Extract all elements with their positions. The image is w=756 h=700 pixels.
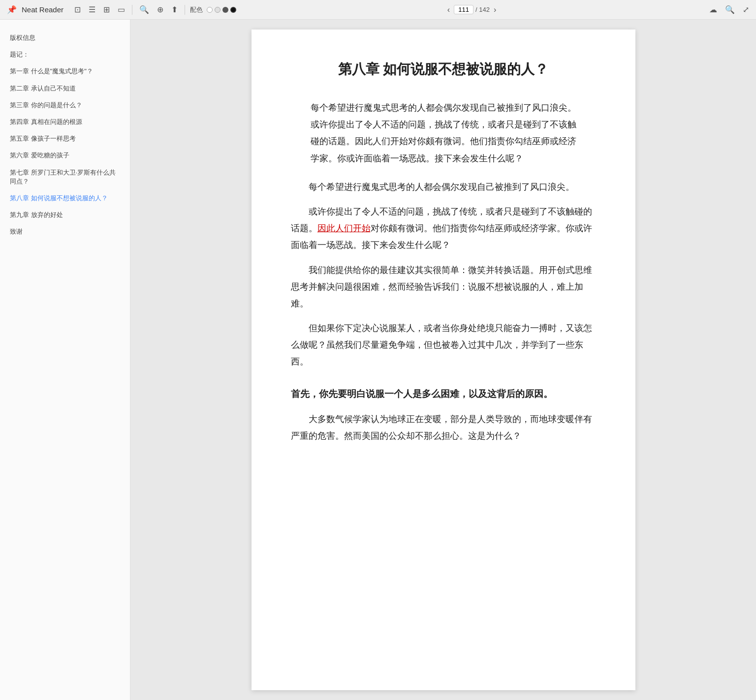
paragraph-5-text: 但如果你下定决心说服某人，或者当你身处绝境只能奋力一搏时，又该怎么做呢？虽然我们… xyxy=(291,323,592,366)
sidebar-item-ch3[interactable]: 第三章 你的问题是什么？ xyxy=(0,97,130,114)
fullscreen-icon[interactable]: ⤢ xyxy=(741,3,751,16)
color-white[interactable] xyxy=(207,7,213,13)
sidebar-item-ch6[interactable]: 第六章 爱吃糖的孩子 xyxy=(0,147,130,164)
page-number-input[interactable] xyxy=(454,5,473,14)
sidebar-item-ch1[interactable]: 第一章 什么是"魔鬼式思考"？ xyxy=(0,63,130,80)
app-title: Neat Reader xyxy=(22,5,63,14)
import-icon[interactable]: ⬆ xyxy=(169,3,180,16)
grid-icon[interactable]: ⊞ xyxy=(101,3,112,16)
bold-section: 首先，你先要明白说服一个人是多么困难，以及这背后的原因。 xyxy=(291,385,596,403)
sidebar-item-preface[interactable]: 题记： xyxy=(0,46,130,63)
copy-icon[interactable]: ⊡ xyxy=(72,3,83,16)
main-area: 版权信息 题记： 第一章 什么是"魔鬼式思考"？ 第二章 承认自己不知道 第三章… xyxy=(0,20,756,700)
paragraph-4: 我们能提供给你的最佳建议其实很简单：微笑并转换话题。用开创式思维思考并解决问题很… xyxy=(291,262,596,312)
app-brand: 📌 Neat Reader xyxy=(5,3,63,16)
cloud-icon[interactable]: ☁ xyxy=(707,3,719,16)
doc-icon[interactable]: ▭ xyxy=(116,3,127,16)
sidebar-item-ch8[interactable]: 第八章 如何说服不想被说服的人？ xyxy=(0,190,130,207)
paragraph-3: 或许你提出了令人不适的问题，挑战了传统，或者只是碰到了不该触碰的话题。因此人们开… xyxy=(291,203,596,254)
paragraph-7: 大多数气候学家认为地球正在变暖，部分是人类导致的，而地球变暖伴有严重的危害。然而… xyxy=(291,411,596,444)
page-separator: / 142 xyxy=(475,6,490,13)
content-area: 第八章 如何说服不想被说服的人？ 每个希望进行魔鬼式思考的人都会偶尔发现自己被推… xyxy=(130,20,756,700)
paragraph-1-text: 每个希望进行魔鬼式思考的人都会偶尔发现自己被推到了风口浪尖。或许你提出了令人不适… xyxy=(311,103,576,163)
search-icon[interactable]: 🔍 xyxy=(723,3,737,16)
sidebar-item-ch9[interactable]: 第九章 放弃的好处 xyxy=(0,207,130,223)
search-small-icon[interactable]: 🔍 xyxy=(137,3,151,16)
pin-icon[interactable]: 📌 xyxy=(5,3,19,16)
sidebar-item-copyright[interactable]: 版权信息 xyxy=(0,30,130,46)
paragraph-2-text: 每个希望进行魔鬼式思考的人都会偶尔发现自己被推到了风口浪尖。 xyxy=(309,182,574,192)
sidebar-item-ch4[interactable]: 第四章 真相在问题的根源 xyxy=(0,114,130,130)
bold-section-text: 首先，你先要明白说服一个人是多么困难，以及这背后的原因。 xyxy=(291,389,553,399)
sidebar-item-ch5[interactable]: 第五章 像孩子一样思考 xyxy=(0,130,130,147)
color-options xyxy=(207,7,236,13)
prev-page-button[interactable]: ‹ xyxy=(445,4,452,15)
page: 第八章 如何说服不想被说服的人？ 每个希望进行魔鬼式思考的人都会偶尔发现自己被推… xyxy=(252,30,635,690)
sidebar-item-ch7[interactable]: 第七章 所罗门王和大卫·罗斯有什么共同点？ xyxy=(0,164,130,190)
next-page-button[interactable]: › xyxy=(492,4,498,15)
chapter-title: 第八章 如何说服不想被说服的人？ xyxy=(291,59,596,80)
paragraph-3-highlight: 因此人们开始 xyxy=(317,223,371,233)
color-label: 配色 xyxy=(190,5,203,14)
search-large-icon[interactable]: ⊕ xyxy=(155,3,165,16)
paragraph-4-text: 我们能提供给你的最佳建议其实很简单：微笑并转换话题。用开创式思维思考并解决问题很… xyxy=(291,265,592,308)
paragraph-5: 但如果你下定决心说服某人，或者当你身处绝境只能奋力一搏时，又该怎么做呢？虽然我们… xyxy=(291,320,596,370)
separator-1 xyxy=(132,5,132,15)
sidebar: 版权信息 题记： 第一章 什么是"魔鬼式思考"？ 第二章 承认自己不知道 第三章… xyxy=(0,20,130,700)
color-dark[interactable] xyxy=(222,7,228,13)
toolbar: 📌 Neat Reader ⊡ ☰ ⊞ ▭ 🔍 ⊕ ⬆ 配色 ‹ / 142 ›… xyxy=(0,0,756,20)
color-black[interactable] xyxy=(230,7,236,13)
separator-2 xyxy=(185,5,185,15)
sidebar-item-thanks[interactable]: 致谢 xyxy=(0,223,130,240)
color-gray[interactable] xyxy=(215,7,220,13)
menu-icon[interactable]: ☰ xyxy=(87,3,97,16)
sidebar-item-ch2[interactable]: 第二章 承认自己不知道 xyxy=(0,80,130,97)
page-navigation: ‹ / 142 › xyxy=(445,4,499,15)
paragraph-1: 每个希望进行魔鬼式思考的人都会偶尔发现自己被推到了风口浪尖。或许你提出了令人不适… xyxy=(311,99,576,167)
paragraph-7-text: 大多数气候学家认为地球正在变暖，部分是人类导致的，而地球变暖伴有严重的危害。然而… xyxy=(291,414,592,441)
paragraph-2: 每个希望进行魔鬼式思考的人都会偶尔发现自己被推到了风口浪尖。 xyxy=(291,179,596,195)
